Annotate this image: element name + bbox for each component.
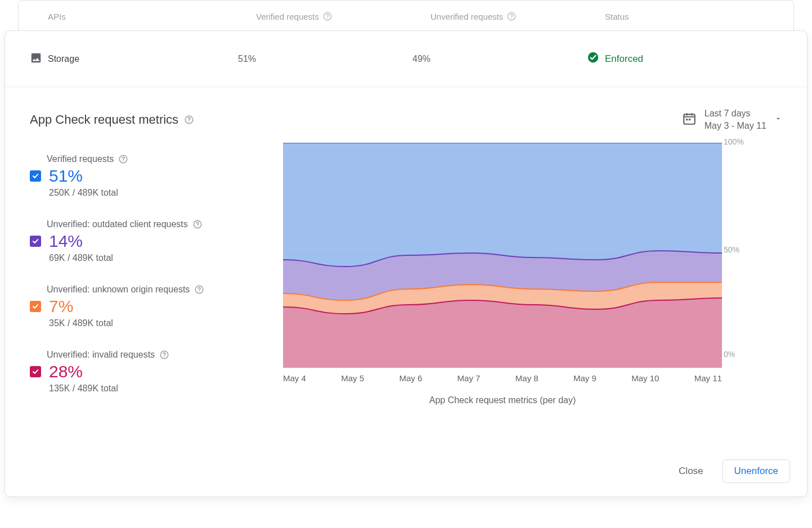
svg-point-3 [512, 18, 512, 19]
date-label: Last 7 days [705, 107, 766, 120]
help-icon[interactable] [159, 350, 169, 360]
col-unverified-label: Unverified requests [430, 12, 503, 21]
x-tick: May 4 [283, 373, 306, 383]
status-cell: Enforced [587, 51, 807, 66]
legend: Verified requests 51% 250K / 489K total … [30, 143, 266, 415]
col-unverified: Unverified requests [430, 11, 605, 21]
api-name-cell: Storage [30, 52, 238, 66]
storage-icon [30, 52, 42, 66]
svg-rect-9 [689, 119, 690, 120]
date-range-picker[interactable]: Last 7 days May 3 - May 11 [682, 107, 782, 132]
metrics-title-text: App Check request metrics [30, 112, 178, 127]
legend-totals: 250K / 489K total [49, 188, 266, 198]
col-status: Status [605, 12, 793, 21]
svg-point-11 [123, 161, 124, 161]
verified-pct-cell: 51% [238, 54, 412, 64]
chart-caption: App Check request metrics (per day) [283, 395, 722, 405]
legend-item-outdated: Unverified: outdated client requests 14%… [30, 219, 266, 263]
checkbox-outdated[interactable] [30, 236, 41, 247]
legend-label: Unverified: outdated client requests [47, 219, 188, 229]
legend-item-unknown: Unverified: unknown origin requests 7% 3… [30, 285, 266, 328]
table-header: APIs Verified requests Unverified reques… [18, 0, 794, 33]
svg-point-6 [189, 121, 189, 122]
metrics-title: App Check request metrics [30, 112, 194, 127]
legend-totals: 69K / 489K total [49, 253, 266, 263]
calendar-icon [682, 111, 697, 128]
y-tick-100: 100% [724, 137, 744, 146]
api-row-storage[interactable]: Storage 51% 49% Enforced [5, 31, 807, 87]
legend-totals: 35K / 489K total [49, 318, 266, 328]
svg-rect-8 [686, 119, 688, 120]
checkbox-invalid[interactable] [30, 366, 41, 377]
x-tick: May 11 [694, 373, 722, 383]
legend-label: Verified requests [47, 154, 114, 164]
col-apis-label: APIs [48, 12, 66, 21]
unverified-pct-cell: 49% [412, 54, 587, 64]
help-icon[interactable] [194, 285, 204, 295]
x-tick: May 6 [399, 373, 422, 383]
help-icon[interactable] [506, 11, 517, 21]
legend-pct: 28% [49, 362, 83, 381]
legend-item-invalid: Unverified: invalid requests 28% 135K / … [30, 350, 266, 394]
dropdown-icon [774, 115, 782, 125]
y-axis-labels: 100% 50% 0% [724, 138, 755, 363]
svg-point-15 [199, 291, 200, 292]
col-verified-label: Verified requests [256, 12, 319, 21]
date-range: May 3 - May 11 [705, 120, 766, 132]
status-label: Enforced [605, 53, 643, 65]
help-icon[interactable] [184, 115, 194, 125]
unenforce-button[interactable]: Unenforce [723, 459, 790, 483]
svg-point-13 [197, 226, 198, 227]
x-tick: May 8 [515, 373, 539, 383]
metrics-card: Storage 51% 49% Enforced App Check reque… [5, 30, 807, 497]
x-tick: May 7 [457, 373, 481, 383]
checkbox-verified[interactable] [30, 170, 41, 182]
col-verified: Verified requests [256, 11, 430, 21]
legend-pct: 51% [49, 166, 83, 186]
api-name: Storage [48, 54, 79, 64]
x-tick: May 9 [573, 373, 596, 383]
legend-label: Unverified: unknown origin requests [47, 285, 190, 295]
legend-totals: 135K / 489K total [49, 383, 266, 394]
legend-pct: 14% [49, 232, 83, 251]
y-tick-0: 0% [724, 350, 735, 359]
check-circle-icon [587, 51, 599, 66]
help-icon[interactable] [118, 154, 128, 164]
checkbox-unknown[interactable] [30, 301, 41, 312]
svg-point-1 [327, 18, 328, 19]
legend-label: Unverified: invalid requests [47, 350, 155, 360]
legend-pct: 7% [49, 297, 73, 316]
legend-item-verified: Verified requests 51% 250K / 489K total [30, 154, 266, 198]
col-status-label: Status [605, 12, 629, 21]
close-button[interactable]: Close [675, 465, 706, 477]
help-icon[interactable] [322, 11, 333, 21]
y-tick-50: 50% [724, 245, 739, 254]
col-apis: APIs [48, 12, 256, 21]
x-axis-labels: May 4May 5May 6May 7May 8May 9May 10May … [283, 373, 722, 383]
x-tick: May 10 [631, 373, 659, 383]
x-tick: May 5 [341, 373, 364, 383]
svg-point-17 [164, 356, 164, 357]
help-icon[interactable] [192, 219, 203, 229]
stacked-area-chart: 100% 50% 0% [283, 143, 722, 368]
